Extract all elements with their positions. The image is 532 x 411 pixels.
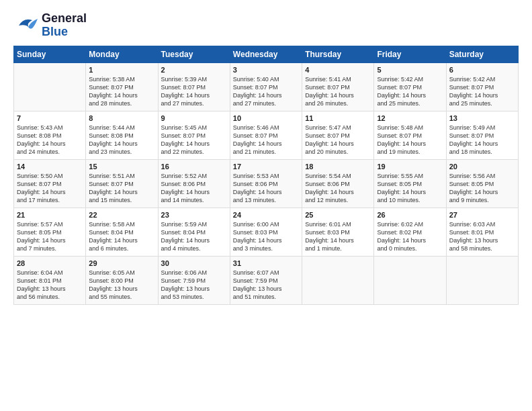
cell-info: Sunrise: 5:39 AM Sunset: 8:07 PM Dayligh… <box>161 75 227 108</box>
cell-info: Sunrise: 5:44 AM Sunset: 8:08 PM Dayligh… <box>89 124 154 156</box>
cell-info: Sunrise: 5:58 AM Sunset: 8:04 PM Dayligh… <box>89 220 154 253</box>
calendar-cell: 12Sunrise: 5:48 AM Sunset: 8:07 PM Dayli… <box>374 111 446 160</box>
calendar-cell: 31Sunrise: 6:07 AM Sunset: 7:59 PM Dayli… <box>230 257 302 305</box>
cell-info: Sunrise: 5:53 AM Sunset: 8:06 PM Dayligh… <box>233 172 299 205</box>
logo-general: General <box>42 12 87 26</box>
calendar-cell: 9Sunrise: 5:45 AM Sunset: 8:07 PM Daylig… <box>158 111 230 160</box>
day-number: 28 <box>17 259 83 267</box>
day-number: 1 <box>89 66 154 74</box>
day-number: 8 <box>89 114 154 122</box>
day-number: 30 <box>161 259 227 267</box>
calendar-cell: 15Sunrise: 5:51 AM Sunset: 8:07 PM Dayli… <box>86 160 158 208</box>
cell-info: Sunrise: 5:43 AM Sunset: 8:08 PM Dayligh… <box>17 124 83 156</box>
calendar-week-row: 7Sunrise: 5:43 AM Sunset: 8:08 PM Daylig… <box>14 111 519 160</box>
weekday-header: Saturday <box>446 46 518 63</box>
cell-info: Sunrise: 5:42 AM Sunset: 8:07 PM Dayligh… <box>377 75 443 108</box>
cell-info: Sunrise: 5:42 AM Sunset: 8:07 PM Dayligh… <box>449 75 515 108</box>
calendar-cell: 23Sunrise: 5:59 AM Sunset: 8:04 PM Dayli… <box>158 208 230 257</box>
cell-info: Sunrise: 5:54 AM Sunset: 8:06 PM Dayligh… <box>305 172 371 205</box>
cell-info: Sunrise: 6:03 AM Sunset: 8:01 PM Dayligh… <box>449 220 515 253</box>
day-number: 20 <box>449 163 515 171</box>
calendar-cell: 7Sunrise: 5:43 AM Sunset: 8:08 PM Daylig… <box>14 111 86 160</box>
calendar-cell: 27Sunrise: 6:03 AM Sunset: 8:01 PM Dayli… <box>446 208 518 257</box>
header: General Blue <box>13 12 519 39</box>
cell-info: Sunrise: 5:49 AM Sunset: 8:07 PM Dayligh… <box>449 124 515 156</box>
cell-info: Sunrise: 5:51 AM Sunset: 8:07 PM Dayligh… <box>89 172 154 205</box>
day-number: 3 <box>233 66 299 74</box>
calendar-cell: 6Sunrise: 5:42 AM Sunset: 8:07 PM Daylig… <box>446 63 518 111</box>
cell-info: Sunrise: 6:04 AM Sunset: 8:01 PM Dayligh… <box>17 269 83 302</box>
cell-info: Sunrise: 6:07 AM Sunset: 7:59 PM Dayligh… <box>233 269 299 302</box>
day-number: 9 <box>161 114 227 122</box>
day-number: 7 <box>17 114 83 122</box>
logo: General Blue <box>13 12 87 39</box>
weekday-header: Sunday <box>14 46 86 63</box>
calendar-cell: 26Sunrise: 6:02 AM Sunset: 8:02 PM Dayli… <box>374 208 446 257</box>
calendar-cell: 14Sunrise: 5:50 AM Sunset: 8:07 PM Dayli… <box>14 160 86 208</box>
day-number: 13 <box>449 114 515 122</box>
day-number: 18 <box>305 163 371 171</box>
day-number: 29 <box>89 259 154 267</box>
header-row: SundayMondayTuesdayWednesdayThursdayFrid… <box>14 46 519 63</box>
calendar-cell: 4Sunrise: 5:41 AM Sunset: 8:07 PM Daylig… <box>302 63 374 111</box>
day-number: 5 <box>377 66 443 74</box>
calendar-cell: 1Sunrise: 5:38 AM Sunset: 8:07 PM Daylig… <box>86 63 158 111</box>
day-number: 15 <box>89 163 154 171</box>
calendar-cell: 5Sunrise: 5:42 AM Sunset: 8:07 PM Daylig… <box>374 63 446 111</box>
weekday-header: Friday <box>374 46 446 63</box>
day-number: 26 <box>377 211 443 219</box>
cell-info: Sunrise: 5:56 AM Sunset: 8:05 PM Dayligh… <box>449 172 515 205</box>
calendar-cell: 24Sunrise: 6:00 AM Sunset: 8:03 PM Dayli… <box>230 208 302 257</box>
calendar-cell: 20Sunrise: 5:56 AM Sunset: 8:05 PM Dayli… <box>446 160 518 208</box>
cell-info: Sunrise: 6:00 AM Sunset: 8:03 PM Dayligh… <box>233 220 299 253</box>
calendar-cell: 3Sunrise: 5:40 AM Sunset: 8:07 PM Daylig… <box>230 63 302 111</box>
cell-info: Sunrise: 6:02 AM Sunset: 8:02 PM Dayligh… <box>377 220 443 253</box>
cell-info: Sunrise: 5:55 AM Sunset: 8:05 PM Dayligh… <box>377 172 443 205</box>
cell-info: Sunrise: 5:47 AM Sunset: 8:07 PM Dayligh… <box>305 124 371 156</box>
calendar-cell <box>302 257 374 305</box>
calendar-cell: 8Sunrise: 5:44 AM Sunset: 8:08 PM Daylig… <box>86 111 158 160</box>
calendar-cell: 28Sunrise: 6:04 AM Sunset: 8:01 PM Dayli… <box>14 257 86 305</box>
calendar-cell: 19Sunrise: 5:55 AM Sunset: 8:05 PM Dayli… <box>374 160 446 208</box>
calendar-cell: 18Sunrise: 5:54 AM Sunset: 8:06 PM Dayli… <box>302 160 374 208</box>
weekday-header: Monday <box>86 46 158 63</box>
weekday-header: Tuesday <box>158 46 230 63</box>
day-number: 22 <box>89 211 154 219</box>
calendar-cell: 17Sunrise: 5:53 AM Sunset: 8:06 PM Dayli… <box>230 160 302 208</box>
day-number: 10 <box>233 114 299 122</box>
calendar-cell <box>374 257 446 305</box>
cell-info: Sunrise: 5:45 AM Sunset: 8:07 PM Dayligh… <box>161 124 227 156</box>
day-number: 25 <box>305 211 371 219</box>
weekday-header: Wednesday <box>230 46 302 63</box>
cell-info: Sunrise: 5:46 AM Sunset: 8:07 PM Dayligh… <box>233 124 299 156</box>
calendar-week-row: 21Sunrise: 5:57 AM Sunset: 8:05 PM Dayli… <box>14 208 519 257</box>
calendar-table: SundayMondayTuesdayWednesdayThursdayFrid… <box>13 46 519 305</box>
cell-info: Sunrise: 5:52 AM Sunset: 8:06 PM Dayligh… <box>161 172 227 205</box>
cell-info: Sunrise: 5:48 AM Sunset: 8:07 PM Dayligh… <box>377 124 443 156</box>
cell-info: Sunrise: 5:38 AM Sunset: 8:07 PM Dayligh… <box>89 75 154 108</box>
logo-icon <box>13 12 40 39</box>
day-number: 19 <box>377 163 443 171</box>
day-number: 31 <box>233 259 299 267</box>
calendar-cell: 16Sunrise: 5:52 AM Sunset: 8:06 PM Dayli… <box>158 160 230 208</box>
cell-info: Sunrise: 6:05 AM Sunset: 8:00 PM Dayligh… <box>89 269 154 302</box>
day-number: 21 <box>17 211 83 219</box>
day-number: 16 <box>161 163 227 171</box>
logo-blue: Blue <box>42 26 87 39</box>
calendar-cell: 13Sunrise: 5:49 AM Sunset: 8:07 PM Dayli… <box>446 111 518 160</box>
calendar-cell: 29Sunrise: 6:05 AM Sunset: 8:00 PM Dayli… <box>86 257 158 305</box>
calendar-cell: 21Sunrise: 5:57 AM Sunset: 8:05 PM Dayli… <box>14 208 86 257</box>
day-number: 12 <box>377 114 443 122</box>
calendar-cell: 25Sunrise: 6:01 AM Sunset: 8:03 PM Dayli… <box>302 208 374 257</box>
cell-info: Sunrise: 5:50 AM Sunset: 8:07 PM Dayligh… <box>17 172 83 205</box>
day-number: 24 <box>233 211 299 219</box>
day-number: 27 <box>449 211 515 219</box>
calendar-cell: 30Sunrise: 6:06 AM Sunset: 7:59 PM Dayli… <box>158 257 230 305</box>
cell-info: Sunrise: 5:40 AM Sunset: 8:07 PM Dayligh… <box>233 75 299 108</box>
calendar-cell <box>14 63 86 111</box>
calendar-cell: 10Sunrise: 5:46 AM Sunset: 8:07 PM Dayli… <box>230 111 302 160</box>
page: General Blue SundayMondayTuesdayWednesda… <box>0 0 532 411</box>
calendar-cell: 2Sunrise: 5:39 AM Sunset: 8:07 PM Daylig… <box>158 63 230 111</box>
calendar-cell: 22Sunrise: 5:58 AM Sunset: 8:04 PM Dayli… <box>86 208 158 257</box>
day-number: 4 <box>305 66 371 74</box>
